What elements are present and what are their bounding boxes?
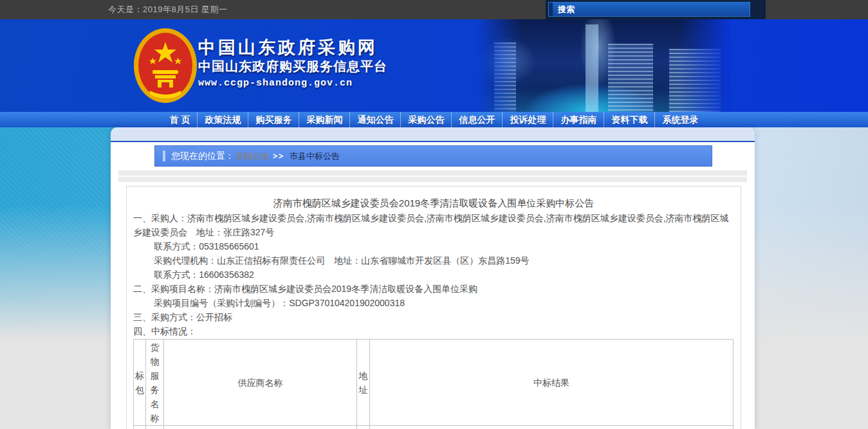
site-title-block: 中国山东政府采购网 中国山东政府购买服务信息平台 www.ccgp-shando… — [198, 37, 387, 92]
nav-item-purchase-services[interactable]: 购买服务 — [248, 112, 299, 127]
top-bar: 今天是：2019年8月5日 星期一 搜索 — [0, 0, 868, 19]
breadcrumb-separator: >> — [273, 152, 284, 161]
main-navigation: 首 页 政策法规 购买服务 采购新闻 通知公告 采购公告 信息公开 投诉处理 办… — [0, 112, 868, 127]
announcement-paragraph-contact2: 联系方式：16606356382 — [133, 268, 734, 282]
platform-name: 中国山东政府购买服务信息平台 — [198, 58, 387, 75]
header-cityscape-image — [476, 19, 730, 112]
current-date-text: 今天是：2019年8月5日 星期一 — [108, 0, 228, 19]
search-label: 搜索 — [558, 4, 575, 15]
table-header-row: 标包 货物服务名称 供应商名称 地址 中标结果 — [134, 340, 734, 426]
announcement-paragraph-project-number: 采购项目编号（采购计划编号）：SDGP370104201902000318 — [133, 296, 734, 310]
nav-item-procurement-news[interactable]: 采购新闻 — [299, 112, 349, 127]
announcement-paragraph-purchaser: 一、采购人：济南市槐荫区城乡建设委员会,济南市槐荫区城乡建设委员会,济南市槐荫区… — [133, 211, 734, 239]
announcement-paragraph-method: 三、采购方式：公开招标 — [133, 310, 734, 324]
divider-band — [118, 177, 747, 182]
nav-item-info-disclosure[interactable]: 信息公开 — [451, 112, 502, 127]
search-area: 搜索 — [546, 0, 766, 19]
cityscape-tower — [586, 24, 598, 112]
search-input[interactable]: 搜索 — [548, 2, 750, 17]
nav-item-service-guide[interactable]: 办事指南 — [553, 112, 604, 127]
nav-item-procurement-announcements[interactable]: 采购公告 — [400, 112, 451, 127]
breadcrumb-prefix: 您现在的位置： — [171, 151, 234, 162]
nav-item-home[interactable]: 首 页 — [163, 112, 198, 127]
announcement-title: 济南市槐荫区城乡建设委员会2019冬季清洁取暖设备入围单位采购中标公告 — [133, 196, 734, 211]
nav-item-downloads[interactable]: 资料下载 — [604, 112, 654, 127]
breadcrumb-link-category[interactable]: 采购公告 — [235, 151, 269, 162]
nav-item-policies[interactable]: 政策法规 — [197, 112, 248, 127]
col-header-supplier-name: 供应商名称 — [164, 340, 357, 426]
breadcrumb-accent-bar — [163, 151, 165, 161]
col-header-lot: 标包 — [134, 340, 146, 426]
breadcrumb: 您现在的位置： 采购公告 >> 市县中标公告 — [154, 145, 712, 167]
award-results-table: 标包 货物服务名称 供应商名称 地址 中标结果 — [133, 339, 734, 429]
breadcrumb-current-page[interactable]: 市县中标公告 — [290, 151, 340, 162]
site-header: 中国山东政府采购网 中国山东政府购买服务信息平台 www.ccgp-shando… — [0, 19, 868, 112]
cityscape-fade — [476, 19, 521, 112]
col-header-goods-service-name: 货物服务名称 — [146, 340, 164, 426]
announcement-paragraph-agency: 采购代理机构：山东正信招标有限责任公司 地址：山东省聊城市开发区县（区）东昌路1… — [133, 253, 734, 268]
cityscape-building — [608, 44, 653, 112]
container-top-strip — [111, 127, 755, 142]
site-url: www.ccgp-shandong.gov.cn — [198, 75, 387, 92]
announcement-paragraph-contact1: 联系方式：053185665601 — [133, 239, 734, 253]
nav-item-complaints[interactable]: 投诉处理 — [502, 112, 553, 127]
content-container: 您现在的位置： 采购公告 >> 市县中标公告 济南市槐荫区城乡建设委员会2019… — [111, 127, 755, 429]
announcement-paragraph-project-name: 二、采购项目名称：济南市槐荫区城乡建设委员会2019冬季清洁取暖设备入围单位采购 — [133, 282, 734, 296]
cityscape-fade — [679, 19, 730, 112]
col-header-award-result: 中标结果 — [370, 340, 734, 426]
divider-band — [118, 170, 747, 176]
col-header-address: 地址 — [357, 340, 370, 426]
announcement-paragraph-award-intro: 四、中标情况： — [133, 324, 734, 338]
national-emblem-logo[interactable] — [133, 28, 198, 104]
nav-item-notices[interactable]: 通知公告 — [349, 112, 400, 127]
nav-item-system-login[interactable]: 系统登录 — [654, 112, 705, 127]
site-name: 中国山东政府采购网 — [198, 37, 387, 58]
announcement-panel: 济南市槐荫区城乡建设委员会2019冬季清洁取暖设备入围单位采购中标公告 一、采购… — [126, 186, 741, 429]
page-background: 您现在的位置： 采购公告 >> 市县中标公告 济南市槐荫区城乡建设委员会2019… — [0, 127, 868, 429]
table-row — [134, 426, 734, 429]
